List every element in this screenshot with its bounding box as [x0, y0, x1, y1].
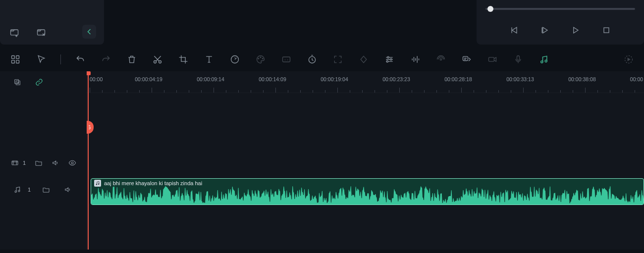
svg-point-18 — [440, 58, 441, 60]
adjust-icon[interactable] — [383, 53, 396, 66]
denoise-icon[interactable] — [434, 53, 447, 66]
svg-rect-5 — [12, 60, 15, 63]
video-track-header: 1 — [0, 150, 86, 176]
svg-point-28 — [71, 162, 73, 164]
audio-clip[interactable]: aaj bhi mere khayalon ki tapish zinda ha… — [91, 178, 644, 205]
playhead[interactable] — [88, 71, 89, 250]
audio-track-icon — [11, 183, 24, 196]
svg-rect-4 — [16, 56, 19, 59]
equalizer-icon[interactable] — [409, 53, 422, 66]
svg-point-12 — [262, 58, 263, 59]
timeline: 1 1 00:0000:00:04:1900:00:09:1400:00:14:… — [0, 71, 644, 250]
keyframe-icon[interactable] — [357, 53, 370, 66]
timecode-label: 00:00:09:14 — [197, 76, 224, 82]
track-visibility-icon[interactable] — [68, 156, 76, 169]
track-folder-icon[interactable] — [40, 183, 53, 196]
timecode-label: 00:00 — [630, 76, 643, 82]
preview-empty-area — [104, 0, 477, 45]
svg-point-29 — [15, 191, 16, 192]
redo-icon[interactable] — [100, 53, 112, 66]
toolbar-separator — [60, 54, 61, 64]
video-track-lane[interactable] — [87, 150, 644, 176]
cut-icon[interactable] — [151, 53, 164, 66]
svg-point-15 — [387, 56, 389, 58]
play-button[interactable] — [538, 24, 551, 37]
expand-icon[interactable] — [331, 53, 344, 66]
progress-handle-icon[interactable] — [487, 6, 493, 12]
track-folder-icon[interactable] — [35, 156, 43, 169]
timecode-label: 00:00:33:13 — [506, 76, 534, 82]
timeline-ruler[interactable]: 00:0000:00:04:1900:00:09:1400:00:14:0900… — [87, 71, 644, 93]
speed-icon[interactable] — [228, 53, 241, 66]
svg-point-31 — [96, 184, 98, 185]
timecode-label: 00:00:14:09 — [259, 76, 286, 82]
svg-point-10 — [258, 58, 259, 59]
audio-track-index: 1 — [28, 187, 31, 193]
svg-rect-0 — [11, 30, 18, 35]
stop-button[interactable] — [600, 24, 613, 37]
svg-point-30 — [18, 190, 20, 192]
cursor-icon[interactable] — [35, 53, 48, 66]
svg-point-23 — [545, 60, 547, 62]
svg-point-8 — [159, 61, 161, 63]
svg-rect-21 — [517, 56, 520, 60]
color-icon[interactable] — [254, 53, 267, 66]
add-track-icon[interactable] — [11, 76, 24, 89]
collapse-panel-button[interactable] — [82, 25, 96, 39]
caption-icon[interactable] — [280, 53, 293, 66]
svg-rect-13 — [283, 57, 290, 62]
music-note-icon — [94, 180, 101, 187]
prev-frame-button[interactable] — [508, 24, 521, 37]
next-frame-button[interactable] — [569, 24, 582, 37]
timecode-label: 00:00:23:23 — [382, 76, 410, 82]
add-folder-icon[interactable] — [8, 26, 21, 39]
track-headers-panel: 1 1 — [0, 71, 87, 250]
audio-track-header: 1 — [0, 176, 86, 203]
timer-icon[interactable] — [306, 53, 319, 66]
undo-icon[interactable] — [74, 53, 87, 66]
layout-grid-icon[interactable] — [9, 53, 22, 66]
record-icon[interactable] — [486, 53, 499, 66]
svg-rect-20 — [489, 57, 494, 61]
track-mute-icon[interactable] — [61, 183, 74, 196]
svg-rect-2 — [604, 28, 609, 33]
timecode-label: 00:00 — [90, 76, 103, 82]
tracks-area[interactable]: 00:0000:00:04:1900:00:09:1400:00:14:0900… — [87, 71, 644, 250]
timeline-toolbar — [0, 48, 644, 71]
text-icon[interactable] — [203, 53, 215, 66]
remove-folder-icon[interactable] — [35, 26, 48, 39]
preview-controls-panel — [477, 0, 644, 45]
crop-icon[interactable] — [177, 53, 190, 66]
music-beat-icon[interactable] — [537, 53, 550, 66]
voice-icon[interactable] — [512, 53, 525, 66]
svg-point-7 — [154, 61, 157, 63]
video-track-index: 1 — [23, 160, 26, 166]
preview-progress-slider[interactable] — [485, 8, 635, 10]
media-library-panel — [0, 0, 104, 45]
audio-clip-title: aaj bhi mere khayalon ki tapish zinda ha… — [104, 180, 202, 186]
svg-rect-3 — [12, 56, 15, 59]
timecode-label: 00:00:38:08 — [568, 76, 595, 82]
svg-rect-27 — [12, 161, 18, 165]
timecode-label: 00:00:04:19 — [135, 76, 162, 82]
delete-icon[interactable] — [125, 53, 138, 66]
video-track-icon — [11, 156, 19, 169]
speech-to-text-icon[interactable] — [460, 53, 473, 66]
track-mute-icon[interactable] — [52, 156, 59, 169]
svg-point-22 — [541, 61, 543, 63]
svg-rect-6 — [16, 60, 19, 63]
svg-point-17 — [386, 61, 388, 62]
svg-point-11 — [260, 57, 261, 58]
timecode-label: 00:00:28:18 — [444, 76, 472, 82]
link-icon[interactable] — [33, 76, 46, 89]
timecode-label: 00:00:19:04 — [321, 76, 348, 82]
render-icon[interactable] — [622, 53, 635, 66]
svg-point-32 — [98, 183, 100, 185]
svg-rect-19 — [463, 56, 468, 60]
svg-point-16 — [390, 58, 392, 60]
